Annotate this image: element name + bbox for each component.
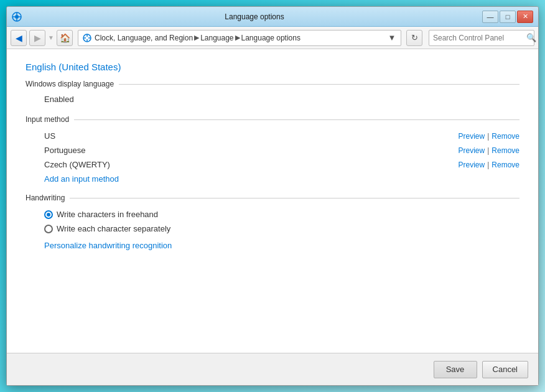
input-method-actions-portuguese: Preview | Remove (459, 146, 520, 155)
address-path: Clock, Language, and Region ▶ Language ▶… (95, 34, 387, 42)
address-dropdown-arrow[interactable]: ▼ (387, 33, 397, 43)
action-sep-2: | (487, 146, 489, 155)
action-sep-3: | (487, 161, 489, 169)
input-method-name-portuguese: Portuguese (44, 146, 459, 155)
address-bar-icon (82, 33, 92, 43)
handwriting-section: Handwriting Write characters in freehand… (26, 194, 519, 250)
title-bar-buttons: — □ ✕ (482, 11, 533, 23)
handwriting-option-freehand[interactable]: Write characters in freehand (44, 207, 519, 222)
separate-label: Write each character separately (57, 224, 170, 233)
preview-portuguese-link[interactable]: Preview (459, 146, 485, 155)
search-icon[interactable]: 🔍 (526, 33, 536, 42)
display-language-value: Enabled (44, 93, 519, 105)
main-window: Language options — □ ✕ ◀ ▶ ▼ 🏠 Clock, (6, 6, 539, 386)
input-method-section: Input method US Preview | Remove Portugu… (26, 115, 519, 184)
radio-separate[interactable] (44, 225, 53, 233)
path-part-1: Clock, Language, and Region (95, 34, 193, 42)
nav-bar: ◀ ▶ ▼ 🏠 Clock, Language, and Region ▶ La… (7, 27, 538, 49)
remove-portuguese-link[interactable]: Remove (491, 146, 519, 155)
window-title: Language options (27, 12, 482, 21)
refresh-button[interactable]: ↻ (406, 30, 422, 46)
add-input-method-link[interactable]: Add an input method (44, 174, 119, 184)
handwriting-line (70, 198, 519, 198)
preview-czech-link[interactable]: Preview (459, 161, 485, 169)
preview-us-link[interactable]: Preview (459, 132, 485, 141)
address-bar[interactable]: Clock, Language, and Region ▶ Language ▶… (78, 30, 401, 46)
save-button[interactable]: Save (434, 361, 477, 378)
handwriting-header: Handwriting (26, 194, 519, 202)
personalize-handwriting-link[interactable]: Personalize handwriting recognition (44, 241, 172, 250)
input-method-row-czech: Czech (QWERTY) Preview | Remove (44, 157, 519, 172)
close-button[interactable]: ✕ (517, 11, 533, 23)
maximize-button[interactable]: □ (500, 11, 516, 23)
radio-freehand[interactable] (44, 210, 53, 219)
input-method-label: Input method (26, 115, 69, 124)
minimize-button[interactable]: — (482, 11, 498, 23)
search-input[interactable] (433, 34, 526, 42)
handwriting-option-separate[interactable]: Write each character separately (44, 222, 519, 236)
input-method-name-czech: Czech (QWERTY) (44, 160, 459, 169)
search-bar[interactable]: 🔍 (429, 30, 534, 46)
forward-button[interactable]: ▶ (29, 30, 45, 46)
window-icon (12, 12, 22, 22)
action-sep-1: | (487, 132, 489, 141)
display-language-content: Enabled (26, 93, 519, 105)
path-part-3: Language options (241, 34, 300, 42)
input-method-actions-us: Preview | Remove (459, 132, 520, 141)
footer-bar: Save Cancel (7, 353, 538, 385)
input-method-actions-czech: Preview | Remove (459, 161, 520, 169)
title-bar: Language options — □ ✕ (7, 7, 538, 27)
nav-dropdown-arrow[interactable]: ▼ (48, 30, 54, 46)
display-language-header: Windows display language (26, 80, 519, 88)
handwriting-content: Write characters in freehand Write each … (26, 207, 519, 250)
cancel-button[interactable]: Cancel (482, 361, 528, 378)
input-method-name-us: US (44, 131, 459, 141)
remove-czech-link[interactable]: Remove (491, 161, 519, 169)
input-method-row-us: US Preview | Remove (44, 129, 519, 143)
freehand-label: Write characters in freehand (57, 210, 158, 219)
remove-us-link[interactable]: Remove (491, 132, 519, 141)
language-title: English (United States) (26, 62, 519, 72)
input-method-line (74, 119, 519, 120)
handwriting-label: Handwriting (26, 194, 65, 202)
display-language-line (119, 84, 519, 85)
input-method-row-portuguese: Portuguese Preview | Remove (44, 143, 519, 157)
back-button[interactable]: ◀ (11, 30, 27, 46)
display-language-label: Windows display language (26, 80, 114, 88)
input-method-header: Input method (26, 115, 519, 124)
path-part-2: Language (200, 34, 233, 42)
radio-dot-freehand (47, 213, 50, 217)
home-button[interactable]: 🏠 (57, 30, 73, 46)
svg-point-1 (15, 15, 19, 19)
input-method-content: US Preview | Remove Portuguese Preview |… (26, 129, 519, 184)
display-language-section: Windows display language Enabled (26, 80, 519, 105)
content-area: English (United States) Windows display … (7, 49, 538, 353)
